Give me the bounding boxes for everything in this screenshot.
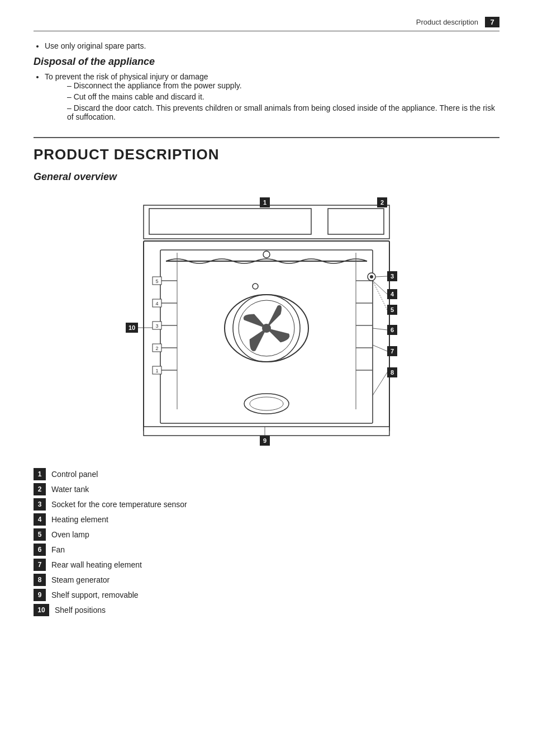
- legend-label-8: Steam generator: [51, 575, 110, 584]
- legend-label-4: Heating element: [51, 515, 108, 524]
- legend-label-9: Shelf support, removable: [51, 590, 139, 599]
- legend-label-6: Fan: [51, 545, 65, 554]
- disposal-section: Disposal of the appliance To prevent the…: [34, 56, 499, 121]
- svg-text:2: 2: [380, 199, 384, 206]
- general-overview-title: General overview: [34, 171, 499, 183]
- legend-label-1: Control panel: [51, 470, 98, 479]
- legend-item-6: 6 Fan: [34, 544, 499, 556]
- legend-item-8: 8 Steam generator: [34, 574, 499, 586]
- legend-badge-7: 7: [34, 559, 46, 571]
- svg-point-30: [262, 324, 271, 333]
- svg-text:1: 1: [263, 199, 266, 206]
- diagram-wrapper: 5 4 3 2 1: [110, 194, 423, 451]
- legend-item-4: 4 Heating element: [34, 513, 499, 526]
- legend-item-2: 2 Water tank: [34, 483, 499, 495]
- page-number: 7: [485, 17, 499, 27]
- disposal-sub-2: Cut off the mains cable and discard it.: [67, 92, 499, 101]
- svg-text:7: 7: [391, 348, 394, 355]
- disposal-heading: Disposal of the appliance: [34, 56, 499, 68]
- product-section-title: PRODUCT DESCRIPTION: [34, 137, 499, 163]
- svg-point-33: [250, 397, 283, 410]
- svg-text:5: 5: [391, 306, 394, 313]
- intro-bullet-1: Use only original spare parts.: [45, 41, 499, 50]
- header-title: Product description: [416, 18, 478, 26]
- svg-text:10: 10: [129, 324, 135, 331]
- oven-diagram: 5 4 3 2 1: [110, 194, 423, 451]
- legend-badge-8: 8: [34, 574, 46, 586]
- page-header: Product description 7: [34, 17, 499, 31]
- svg-rect-56: [144, 427, 389, 436]
- legend-label-3: Socket for the core temperature sensor: [51, 500, 187, 509]
- legend-item-3: 3 Socket for the core temperature sensor: [34, 498, 499, 511]
- legend-item-10: 10 Shelf positions: [34, 604, 499, 616]
- legend-badge-5: 5: [34, 528, 46, 541]
- legend-badge-1: 1: [34, 468, 46, 480]
- intro-bullets: Use only original spare parts.: [34, 41, 499, 50]
- legend-item-1: 1 Control panel: [34, 468, 499, 480]
- disposal-bullets: To prevent the risk of physical injury o…: [34, 72, 499, 121]
- svg-text:9: 9: [263, 437, 266, 444]
- legend-label-5: Oven lamp: [51, 530, 89, 539]
- svg-text:2: 2: [155, 346, 158, 351]
- svg-text:8: 8: [391, 369, 394, 376]
- svg-text:3: 3: [391, 273, 394, 280]
- disposal-sub-list: Disconnect the appliance from the power …: [67, 81, 499, 121]
- diagram-container: 5 4 3 2 1: [34, 194, 499, 451]
- legend-label-10: Shelf positions: [55, 606, 106, 615]
- svg-rect-2: [328, 209, 384, 234]
- product-section: PRODUCT DESCRIPTION General overview: [34, 137, 499, 183]
- legend-badge-3: 3: [34, 498, 46, 511]
- svg-point-65: [263, 251, 270, 258]
- svg-text:3: 3: [155, 323, 158, 329]
- svg-text:1: 1: [155, 368, 158, 374]
- disposal-sub-1: Disconnect the appliance from the power …: [67, 81, 499, 90]
- legend-badge-4: 4: [34, 513, 46, 526]
- svg-text:4: 4: [391, 291, 394, 297]
- legend-badge-9: 9: [34, 589, 46, 601]
- legend-label-2: Water tank: [51, 485, 89, 494]
- svg-text:4: 4: [155, 301, 158, 306]
- disposal-bullet-1: To prevent the risk of physical injury o…: [45, 72, 499, 121]
- svg-point-66: [253, 284, 258, 289]
- legend-badge-6: 6: [34, 544, 46, 556]
- legend-label-7: Rear wall heating element: [51, 560, 142, 569]
- legend-item-5: 5 Oven lamp: [34, 528, 499, 541]
- legend-list: 1 Control panel 2 Water tank 3 Socket fo…: [34, 468, 499, 616]
- legend-badge-10: 10: [34, 604, 49, 616]
- disposal-sub-3: Discard the door catch. This prevents ch…: [67, 103, 499, 121]
- page: Product description 7 Use only original …: [0, 0, 533, 756]
- legend-badge-2: 2: [34, 483, 46, 495]
- svg-text:5: 5: [155, 278, 158, 284]
- legend-item-7: 7 Rear wall heating element: [34, 559, 499, 571]
- svg-rect-1: [149, 209, 311, 234]
- svg-point-35: [370, 275, 373, 278]
- svg-text:6: 6: [391, 327, 394, 333]
- legend-item-9: 9 Shelf support, removable: [34, 589, 499, 601]
